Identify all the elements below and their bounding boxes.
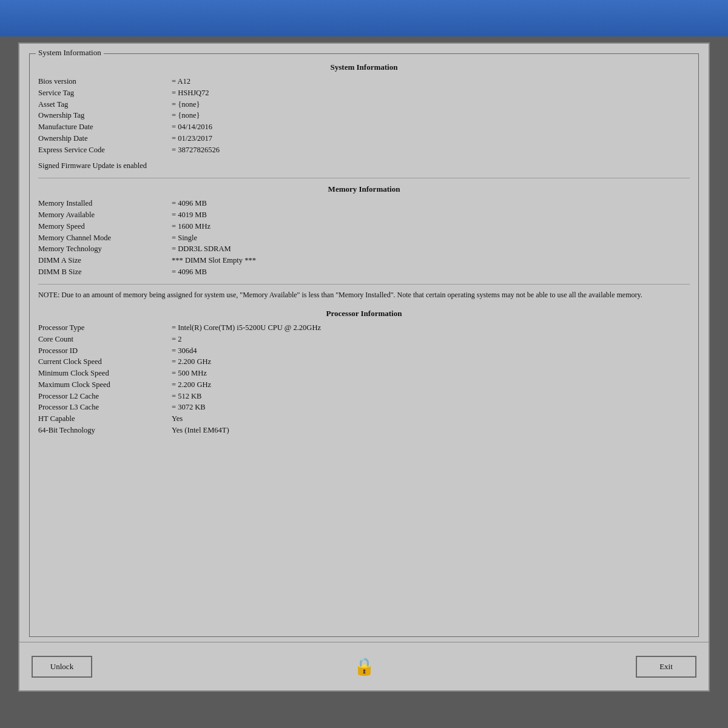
main-panel: System Information System Information Bi…	[18, 42, 710, 692]
table-row: Bios version= A12	[38, 76, 690, 87]
info-label: HT Capable	[38, 413, 172, 425]
divider-1	[38, 178, 690, 178]
lock-icon-area: 🔒	[92, 656, 636, 677]
table-row: Service Tag= HSHJQ72	[38, 87, 690, 99]
info-label: Manufacture Date	[38, 121, 172, 133]
info-label: Minimum Clock Speed	[38, 368, 172, 379]
info-value: = A12	[172, 76, 690, 87]
info-value: = Intel(R) Core(TM) i5-5200U CPU @ 2.20G…	[172, 322, 690, 334]
table-row: Asset Tag= {none}	[38, 99, 690, 110]
group-title: System Information	[36, 48, 104, 58]
info-value: = 512 KB	[172, 391, 690, 402]
info-label: Memory Installed	[38, 198, 172, 209]
info-label: Ownership Date	[38, 133, 172, 144]
system-info-group: System Information System Information Bi…	[29, 53, 699, 637]
table-row: 64-Bit TechnologyYes (Intel EM64T)	[38, 425, 690, 436]
system-info-table: Bios version= A12Service Tag= HSHJQ72Ass…	[38, 76, 690, 155]
info-label: Processor L2 Cache	[38, 391, 172, 402]
table-row: Processor L3 Cache= 3072 KB	[38, 402, 690, 413]
table-row: Processor ID= 306d4	[38, 345, 690, 357]
info-label: Current Clock Speed	[38, 356, 172, 368]
processor-info-header: Processor Information	[38, 309, 690, 318]
table-row: Core Count= 2	[38, 334, 690, 345]
info-label: Maximum Clock Speed	[38, 379, 172, 391]
info-value: = 1600 MHz	[172, 221, 690, 232]
info-value: = 4019 MB	[172, 209, 690, 221]
info-value: = 04/14/2016	[172, 121, 690, 133]
info-value: = DDR3L SDRAM	[172, 243, 690, 255]
table-row: Current Clock Speed= 2.200 GHz	[38, 356, 690, 368]
table-row: Maximum Clock Speed= 2.200 GHz	[38, 379, 690, 391]
exit-button[interactable]: Exit	[636, 656, 696, 678]
info-label: 64-Bit Technology	[38, 425, 172, 436]
info-label: Memory Technology	[38, 243, 172, 255]
info-value: = 38727826526	[172, 144, 690, 156]
table-row: Express Service Code= 38727826526	[38, 144, 690, 156]
info-label: Express Service Code	[38, 144, 172, 156]
table-row: HT CapableYes	[38, 413, 690, 425]
system-info-header: System Information	[38, 62, 690, 72]
info-value: = 4096 MB	[172, 198, 690, 209]
screen-area: System Information System Information Bi…	[0, 36, 728, 728]
info-label: Core Count	[38, 334, 172, 345]
info-label: Bios version	[38, 76, 172, 87]
info-value: = HSHJQ72	[172, 87, 690, 99]
info-value: = {none}	[172, 110, 690, 121]
info-label: DIMM A Size	[38, 255, 172, 266]
table-row: Ownership Date= 01/23/2017	[38, 133, 690, 144]
info-value: *** DIMM Slot Empty ***	[172, 255, 690, 266]
info-label: Processor Type	[38, 322, 172, 334]
info-value: = 306d4	[172, 345, 690, 357]
memory-note: NOTE: Due to an amount of memory being a…	[38, 284, 690, 301]
info-value: = {none}	[172, 99, 690, 110]
top-bar	[0, 0, 728, 36]
processor-info-table: Processor Type= Intel(R) Core(TM) i5-520…	[38, 322, 690, 436]
info-value: = 2.200 GHz	[172, 356, 690, 368]
bottom-bar: Unlock 🔒 Exit	[19, 642, 709, 690]
memory-info-header: Memory Information	[38, 184, 690, 194]
info-label: Memory Speed	[38, 221, 172, 232]
table-row: Manufacture Date= 04/14/2016	[38, 121, 690, 133]
table-row: Memory Technology= DDR3L SDRAM	[38, 243, 690, 255]
info-label: Memory Channel Mode	[38, 232, 172, 244]
unlock-button[interactable]: Unlock	[32, 656, 92, 678]
info-label: Memory Available	[38, 209, 172, 221]
table-row: Ownership Tag= {none}	[38, 110, 690, 121]
info-value: = 500 MHz	[172, 368, 690, 379]
info-value: Yes (Intel EM64T)	[172, 425, 690, 436]
info-label: Asset Tag	[38, 99, 172, 110]
info-label: Ownership Tag	[38, 110, 172, 121]
table-row: Memory Speed= 1600 MHz	[38, 221, 690, 232]
info-value: = 01/23/2017	[172, 133, 690, 144]
info-value: = 4096 MB	[172, 266, 690, 278]
firmware-note: Signed Firmware Update is enabled	[38, 161, 690, 170]
info-value: = Single	[172, 232, 690, 244]
info-value: = 3072 KB	[172, 402, 690, 413]
table-row: DIMM B Size= 4096 MB	[38, 266, 690, 278]
table-row: Memory Available= 4019 MB	[38, 209, 690, 221]
lock-icon: 🔒	[354, 656, 375, 677]
table-row: Memory Channel Mode= Single	[38, 232, 690, 244]
table-row: DIMM A Size*** DIMM Slot Empty ***	[38, 255, 690, 266]
table-row: Processor Type= Intel(R) Core(TM) i5-520…	[38, 322, 690, 334]
info-label: Service Tag	[38, 87, 172, 99]
info-label: Processor L3 Cache	[38, 402, 172, 413]
table-row: Minimum Clock Speed= 500 MHz	[38, 368, 690, 379]
info-label: Processor ID	[38, 345, 172, 357]
memory-info-table: Memory Installed= 4096 MBMemory Availabl…	[38, 198, 690, 277]
info-value: Yes	[172, 413, 690, 425]
table-row: Memory Installed= 4096 MB	[38, 198, 690, 209]
info-label: DIMM B Size	[38, 266, 172, 278]
info-value: = 2.200 GHz	[172, 379, 690, 391]
table-row: Processor L2 Cache= 512 KB	[38, 391, 690, 402]
info-value: = 2	[172, 334, 690, 345]
